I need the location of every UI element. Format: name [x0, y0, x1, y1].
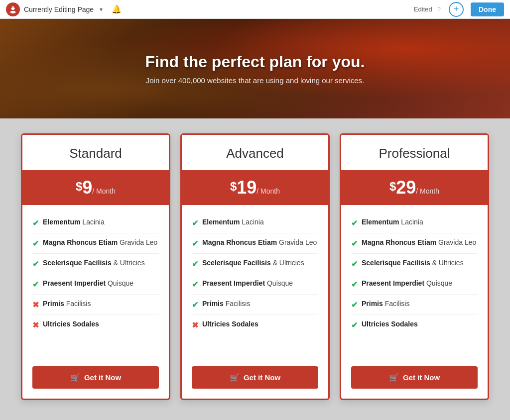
hero-section: Find the perfect plan for you. Join over…	[0, 19, 510, 118]
feature-item: ✖Ultricies Sodales	[32, 315, 159, 335]
hero-subheading: Join over 400,000 websites that are usin…	[146, 76, 365, 85]
plan-name-standard: Standard	[32, 146, 159, 161]
feature-text: Ultricies Sodales	[202, 320, 258, 328]
feature-text: Praesent Imperdiet Quisque	[43, 279, 133, 287]
price-dollar: $	[230, 180, 237, 193]
feature-text: Magna Rhoncus Etiam Gravida Leo	[43, 238, 157, 246]
check-icon: ✔	[192, 280, 198, 289]
feature-item: ✔Scelerisque Facilisis & Ultricies	[192, 254, 318, 274]
feature-item: ✔Magna Rhoncus Etiam Gravida Leo	[32, 233, 159, 254]
feature-text: Praesent Imperdiet Quisque	[202, 279, 293, 287]
feature-item: ✔Primis Facilisis	[351, 295, 478, 315]
x-icon: ✖	[192, 320, 198, 330]
bell-icon[interactable]: 🔔	[112, 4, 122, 14]
feature-item: ✖Ultricies Sodales	[192, 315, 318, 335]
price-dollar: $	[389, 180, 396, 193]
feature-text: Magna Rhoncus Etiam Gravida Leo	[202, 238, 317, 246]
check-icon: ✔	[192, 259, 198, 269]
feature-text: Scelerisque Facilisis & Ultricies	[362, 259, 464, 267]
price-amount: 9	[82, 177, 92, 198]
feature-item: ✔Elementum Lacinia	[192, 213, 318, 233]
plan-footer: 🛒Get it Now	[22, 358, 169, 399]
feature-text: Primis Facilisis	[43, 300, 91, 308]
feature-text: Praesent Imperdiet Quisque	[362, 279, 452, 287]
check-icon: ✔	[32, 239, 39, 248]
price-period: / Month	[92, 187, 116, 195]
plan-name-advanced: Advanced	[192, 146, 318, 161]
feature-item: ✔Magna Rhoncus Etiam Gravida Leo	[192, 233, 318, 254]
done-button[interactable]: Done	[471, 2, 504, 16]
check-icon: ✔	[192, 239, 198, 248]
feature-text: Scelerisque Facilisis & Ultricies	[43, 259, 145, 267]
cta-label: Get it Now	[403, 373, 440, 382]
feature-item: ✔Magna Rhoncus Etiam Gravida Leo	[351, 233, 478, 254]
plan-features-advanced: ✔Elementum Lacinia✔Magna Rhoncus Etiam G…	[182, 205, 328, 358]
plan-price-bar-professional: $29/ Month	[341, 170, 488, 205]
feature-text: Ultricies Sodales	[43, 320, 99, 328]
check-icon: ✔	[32, 259, 39, 269]
get-it-now-button-standard[interactable]: 🛒Get it Now	[32, 366, 159, 389]
feature-text: Elementum Lacinia	[362, 218, 423, 226]
price-dollar: $	[76, 180, 82, 193]
svg-point-1	[10, 10, 16, 13]
plan-card-advanced: Advanced$19/ Month✔Elementum Lacinia✔Mag…	[180, 133, 330, 400]
x-icon: ✖	[32, 300, 39, 310]
get-it-now-button-professional[interactable]: 🛒Get it Now	[351, 366, 478, 389]
check-icon: ✔	[192, 300, 198, 310]
feature-item: ✔Praesent Imperdiet Quisque	[32, 274, 159, 295]
plan-card-professional: Professional$29/ Month✔Elementum Lacinia…	[340, 133, 489, 400]
plan-footer: 🛒Get it Now	[182, 358, 328, 399]
pricing-section: Standard$9/ Month✔Elementum Lacinia✔Magn…	[0, 118, 510, 420]
cart-icon: 🛒	[230, 373, 240, 382]
page-title: Currently Editing Page	[24, 5, 94, 13]
cart-icon: 🛒	[70, 373, 80, 382]
feature-text: Primis Facilisis	[202, 300, 250, 308]
feature-text: Ultricies Sodales	[362, 320, 418, 328]
cta-label: Get it Now	[84, 373, 121, 382]
plan-price-bar-advanced: $19/ Month	[182, 170, 328, 205]
plan-features-professional: ✔Elementum Lacinia✔Magna Rhoncus Etiam G…	[341, 205, 488, 358]
plan-name-professional: Professional	[351, 146, 478, 161]
topbar: Currently Editing Page ▾ 🔔 Edited ? + Do…	[0, 0, 510, 19]
check-icon: ✔	[351, 259, 358, 269]
plan-card-standard: Standard$9/ Month✔Elementum Lacinia✔Magn…	[21, 133, 170, 400]
feature-item: ✔Scelerisque Facilisis & Ultricies	[32, 254, 159, 274]
feature-text: Elementum Lacinia	[43, 218, 105, 226]
feature-text: Primis Facilisis	[362, 300, 409, 308]
check-icon: ✔	[32, 218, 39, 228]
check-icon: ✔	[351, 320, 358, 330]
cta-label: Get it Now	[244, 373, 280, 382]
check-icon: ✔	[351, 218, 358, 228]
price-period: / Month	[416, 187, 439, 195]
edited-status: Edited	[414, 5, 432, 13]
check-icon: ✔	[351, 300, 358, 310]
plan-footer: 🛒Get it Now	[341, 358, 488, 399]
feature-item: ✔Ultricies Sodales	[351, 315, 478, 335]
check-icon: ✔	[192, 218, 198, 228]
svg-point-2	[11, 6, 12, 8]
feature-item: ✔Praesent Imperdiet Quisque	[192, 274, 318, 295]
feature-item: ✖Primis Facilisis	[32, 295, 159, 315]
plan-price-bar-standard: $9/ Month	[22, 170, 169, 205]
add-button[interactable]: +	[449, 2, 464, 17]
feature-item: ✔Praesent Imperdiet Quisque	[351, 274, 478, 295]
check-icon: ✔	[351, 239, 358, 248]
chevron-down-icon[interactable]: ▾	[100, 6, 103, 13]
feature-text: Elementum Lacinia	[202, 218, 264, 226]
feature-item: ✔Elementum Lacinia	[351, 213, 478, 233]
site-logo	[6, 2, 20, 16]
plan-features-standard: ✔Elementum Lacinia✔Magna Rhoncus Etiam G…	[22, 205, 169, 358]
help-icon[interactable]: ?	[437, 5, 441, 13]
hero-heading: Find the perfect plan for you.	[145, 53, 365, 71]
price-period: / Month	[256, 187, 280, 195]
check-icon: ✔	[351, 280, 358, 289]
cart-icon: 🛒	[389, 373, 399, 382]
get-it-now-button-advanced[interactable]: 🛒Get it Now	[192, 366, 318, 389]
x-icon: ✖	[32, 320, 39, 330]
price-amount: 29	[396, 177, 416, 198]
feature-item: ✔Primis Facilisis	[192, 295, 318, 315]
price-amount: 19	[237, 177, 256, 198]
check-icon: ✔	[32, 280, 39, 289]
feature-text: Magna Rhoncus Etiam Gravida Leo	[362, 238, 476, 246]
feature-item: ✔Scelerisque Facilisis & Ultricies	[351, 254, 478, 274]
